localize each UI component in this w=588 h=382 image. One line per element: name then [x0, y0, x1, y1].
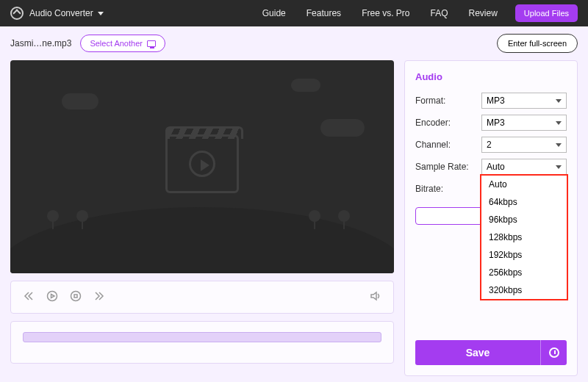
play-placeholder-icon — [189, 151, 215, 177]
format-label: Format: — [415, 96, 481, 106]
format-row: Format: MP3 — [415, 93, 567, 109]
toolbar: Jasmi…ne.mp3 Select Another Enter full-s… — [0, 26, 588, 60]
audio-section-title: Audio — [415, 71, 567, 82]
sample-rate-label: Sample Rate: — [415, 162, 481, 172]
nav-guide[interactable]: Guide — [262, 8, 286, 18]
select-another-label: Select Another — [90, 39, 143, 48]
monitor-icon — [147, 40, 156, 47]
encoder-row: Encoder: MP3 — [415, 115, 567, 131]
nav-features[interactable]: Features — [306, 8, 341, 18]
volume-button[interactable] — [370, 290, 381, 304]
progress-panel — [10, 321, 394, 364]
media-preview — [10, 60, 394, 273]
bitrate-dropdown: Auto 64kbps 96kbps 128kbps 192kbps 256kb… — [480, 174, 568, 300]
nav-review[interactable]: Review — [469, 8, 498, 18]
svg-rect-2 — [74, 295, 77, 298]
channel-value: 2 — [487, 140, 492, 150]
decoration-cloud — [62, 93, 98, 109]
bitrate-option-256[interactable]: 256kbps — [481, 264, 567, 281]
nav-free-vs-pro[interactable]: Free vs. Pro — [362, 8, 409, 18]
channel-row: Channel: 2 — [415, 137, 567, 153]
bitrate-label: Bitrate: — [415, 184, 481, 194]
rewind-button[interactable] — [23, 290, 35, 304]
bitrate-option-320[interactable]: 320kbps — [481, 281, 567, 299]
play-button[interactable] — [46, 290, 58, 304]
clapperboard-icon — [165, 134, 239, 193]
select-another-button[interactable]: Select Another — [80, 35, 165, 52]
sample-rate-value: Auto — [487, 162, 505, 172]
app-logo-icon — [10, 7, 24, 20]
svg-point-1 — [71, 292, 81, 301]
bitrate-option-192[interactable]: 192kbps — [481, 246, 567, 264]
chevron-down-icon — [98, 12, 104, 15]
encoder-select[interactable]: MP3 — [481, 115, 567, 131]
save-button[interactable]: Save — [415, 340, 540, 365]
clock-icon — [549, 347, 559, 358]
fullscreen-button[interactable]: Enter full-screen — [497, 34, 578, 53]
format-select[interactable]: MP3 — [481, 93, 567, 109]
bitrate-option-64[interactable]: 64kbps — [481, 193, 567, 211]
chevron-down-icon — [556, 143, 562, 147]
settings-panel: Audio Format: MP3 Encoder: MP3 Channel: … — [404, 60, 578, 376]
decoration-cloud — [320, 119, 365, 137]
decoration-tree — [309, 207, 320, 229]
svg-point-0 — [48, 292, 57, 301]
save-schedule-button[interactable] — [540, 340, 567, 365]
chevron-down-icon — [556, 99, 562, 103]
stop-button[interactable] — [70, 290, 82, 304]
app-title-dropdown[interactable]: Audio Converter — [29, 8, 104, 18]
decoration-tree — [47, 207, 59, 229]
decoration-tree — [76, 207, 88, 229]
main-area: Audio Format: MP3 Encoder: MP3 Channel: … — [0, 60, 588, 382]
encoder-label: Encoder: — [415, 118, 481, 128]
channel-label: Channel: — [415, 140, 481, 150]
save-row: Save — [415, 340, 567, 365]
sample-rate-row: Sample Rate: Auto — [415, 159, 567, 175]
forward-button[interactable] — [93, 290, 105, 304]
progress-bar[interactable] — [23, 332, 381, 342]
app-title-text: Audio Converter — [29, 8, 93, 18]
current-filename: Jasmi…ne.mp3 — [10, 38, 71, 48]
bitrate-option-96[interactable]: 96kbps — [481, 211, 567, 228]
chevron-down-icon — [556, 121, 562, 125]
left-column — [10, 60, 394, 376]
sample-rate-select[interactable]: Auto — [481, 159, 567, 175]
app-header: Audio Converter Guide Features Free vs. … — [0, 0, 588, 26]
bitrate-option-auto[interactable]: Auto — [481, 176, 567, 193]
decoration-hill — [10, 207, 394, 273]
encoder-value: MP3 — [487, 118, 505, 128]
chevron-down-icon — [556, 165, 562, 169]
playback-controls — [10, 281, 394, 314]
decoration-tree — [338, 207, 350, 229]
format-value: MP3 — [487, 96, 505, 106]
main-nav: Guide Features Free vs. Pro FAQ Review — [262, 8, 498, 18]
nav-faq[interactable]: FAQ — [430, 8, 448, 18]
decoration-cloud — [291, 79, 320, 92]
channel-select[interactable]: 2 — [481, 137, 567, 153]
bitrate-option-128[interactable]: 128kbps — [481, 228, 567, 246]
upload-files-button[interactable]: Upload Files — [515, 4, 578, 22]
